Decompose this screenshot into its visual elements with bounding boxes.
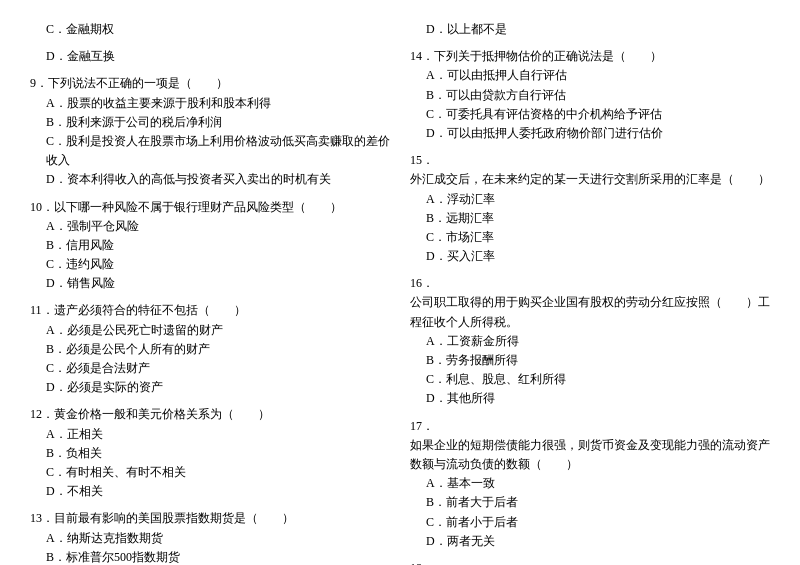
question-16-title: 16．公司职工取得的用于购买企业国有股权的劳动分红应按照（ ）工程征收个人所得税… — [410, 274, 770, 332]
question-12-text: 黄金价格一般和美元价格关系为（ ） — [54, 405, 270, 424]
q14-option-b: B．可以由贷款方自行评估 — [410, 86, 770, 105]
q11-option-d: D．必须是实际的资产 — [30, 378, 390, 397]
q15-option-d: D．买入汇率 — [410, 247, 770, 266]
q12-option-c: C．有时相关、有时不相关 — [30, 463, 390, 482]
q17-option-a: A．基本一致 — [410, 474, 770, 493]
q17-option-c: C．前者小于后者 — [410, 513, 770, 532]
question-14-text: 下列关于抵押物估价的正确说法是（ ） — [434, 47, 662, 66]
q17-option-b: B．前者大于后者 — [410, 493, 770, 512]
question-11-title: 11．遗产必须符合的特征不包括（ ） — [30, 301, 390, 320]
question-18-title: 18．金融市场引导众多分散的小额资金汇聚成投入社会再生产，这是金融市场的（ ） — [410, 559, 770, 565]
option-c-finance-text: C．金融期权 — [30, 20, 390, 39]
question-15-num: 15． — [410, 151, 434, 170]
question-15: 15．外汇成交后，在未来约定的某一天进行交割所采用的汇率是（ ） A．浮动汇率 … — [410, 151, 770, 266]
question-10-num: 10． — [30, 198, 54, 217]
question-15-text: 外汇成交后，在未来约定的某一天进行交割所采用的汇率是（ ） — [410, 170, 770, 189]
option-d-all-wrong: D．以上都不是 — [410, 20, 770, 39]
q11-option-c: C．必须是合法财产 — [30, 359, 390, 378]
question-9-num: 9． — [30, 74, 48, 93]
question-18: 18．金融市场引导众多分散的小额资金汇聚成投入社会再生产，这是金融市场的（ ） … — [410, 559, 770, 565]
q10-option-a: A．强制平仓风险 — [30, 217, 390, 236]
q10-option-c: C．违约风险 — [30, 255, 390, 274]
q15-option-b: B．远期汇率 — [410, 209, 770, 228]
question-16: 16．公司职工取得的用于购买企业国有股权的劳动分红应按照（ ）工程征收个人所得税… — [410, 274, 770, 408]
q16-option-c: C．利息、股息、红利所得 — [410, 370, 770, 389]
question-14-num: 14． — [410, 47, 434, 66]
right-column: D．以上都不是 14．下列关于抵押物估价的正确说法是（ ） A．可以由抵押人自行… — [410, 20, 770, 565]
q10-option-b: B．信用风险 — [30, 236, 390, 255]
question-13-title: 13．目前最有影响的美国股票指数期货是（ ） — [30, 509, 390, 528]
q14-option-c: C．可委托具有评估资格的中介机构给予评估 — [410, 105, 770, 124]
q16-option-b: B．劳务报酬所得 — [410, 351, 770, 370]
q9-option-d: D．资本利得收入的高低与投资者买入卖出的时机有关 — [30, 170, 390, 189]
question-11-text: 遗产必须符合的特征不包括（ ） — [54, 301, 246, 320]
left-column: C．金融期权 D．金融互换 9．下列说法不正确的一项是（ ） A．股票的收益主要… — [30, 20, 390, 565]
question-10-text: 以下哪一种风险不属于银行理财产品风险类型（ ） — [54, 198, 342, 217]
page-content: C．金融期权 D．金融互换 9．下列说法不正确的一项是（ ） A．股票的收益主要… — [30, 20, 770, 565]
question-17-title: 17．如果企业的短期偿债能力很强，则货币资金及变现能力强的流动资产数额与流动负债… — [410, 417, 770, 475]
q11-option-a: A．必须是公民死亡时遗留的财产 — [30, 321, 390, 340]
option-d-all-wrong-text: D．以上都不是 — [410, 20, 770, 39]
question-15-title: 15．外汇成交后，在未来约定的某一天进行交割所采用的汇率是（ ） — [410, 151, 770, 189]
question-16-text: 公司职工取得的用于购买企业国有股权的劳动分红应按照（ ）工程征收个人所得税。 — [410, 293, 770, 331]
q16-option-d: D．其他所得 — [410, 389, 770, 408]
q9-option-a: A．股票的收益主要来源于股利和股本利得 — [30, 94, 390, 113]
option-c-finance: C．金融期权 — [30, 20, 390, 39]
question-11: 11．遗产必须符合的特征不包括（ ） A．必须是公民死亡时遗留的财产 B．必须是… — [30, 301, 390, 397]
question-17-text: 如果企业的短期偿债能力很强，则货币资金及变现能力强的流动资产数额与流动负债的数额… — [410, 436, 770, 474]
option-d-finance: D．金融互换 — [30, 47, 390, 66]
question-18-num: 18． — [410, 559, 434, 565]
question-17: 17．如果企业的短期偿债能力很强，则货币资金及变现能力强的流动资产数额与流动负债… — [410, 417, 770, 551]
question-13: 13．目前最有影响的美国股票指数期货是（ ） A．纳斯达克指数期货 B．标准普尔… — [30, 509, 390, 565]
question-16-num: 16． — [410, 274, 434, 293]
question-12-title: 12．黄金价格一般和美元价格关系为（ ） — [30, 405, 390, 424]
question-9-text: 下列说法不正确的一项是（ ） — [48, 74, 228, 93]
q12-option-b: B．负相关 — [30, 444, 390, 463]
question-12-num: 12． — [30, 405, 54, 424]
q15-option-a: A．浮动汇率 — [410, 190, 770, 209]
question-9: 9．下列说法不正确的一项是（ ） A．股票的收益主要来源于股利和股本利得 B．股… — [30, 74, 390, 189]
q12-option-d: D．不相关 — [30, 482, 390, 501]
q16-option-a: A．工资薪金所得 — [410, 332, 770, 351]
q14-option-d: D．可以由抵押人委托政府物价部门进行估价 — [410, 124, 770, 143]
q14-option-a: A．可以由抵押人自行评估 — [410, 66, 770, 85]
question-11-num: 11． — [30, 301, 54, 320]
q9-option-c: C．股利是投资人在股票市场上利用价格波动低买高卖赚取的差价收入 — [30, 132, 390, 170]
question-13-num: 13． — [30, 509, 54, 528]
question-17-num: 17． — [410, 417, 434, 436]
option-d-finance-text: D．金融互换 — [30, 47, 390, 66]
q9-option-b: B．股利来源于公司的税后净利润 — [30, 113, 390, 132]
question-14-title: 14．下列关于抵押物估价的正确说法是（ ） — [410, 47, 770, 66]
question-13-text: 目前最有影响的美国股票指数期货是（ ） — [54, 509, 294, 528]
q13-option-a: A．纳斯达克指数期货 — [30, 529, 390, 548]
question-10-title: 10．以下哪一种风险不属于银行理财产品风险类型（ ） — [30, 198, 390, 217]
q10-option-d: D．销售风险 — [30, 274, 390, 293]
question-14: 14．下列关于抵押物估价的正确说法是（ ） A．可以由抵押人自行评估 B．可以由… — [410, 47, 770, 143]
q15-option-c: C．市场汇率 — [410, 228, 770, 247]
q11-option-b: B．必须是公民个人所有的财产 — [30, 340, 390, 359]
question-10: 10．以下哪一种风险不属于银行理财产品风险类型（ ） A．强制平仓风险 B．信用… — [30, 198, 390, 294]
question-12: 12．黄金价格一般和美元价格关系为（ ） A．正相关 B．负相关 C．有时相关、… — [30, 405, 390, 501]
q13-option-b: B．标准普尔500指数期货 — [30, 548, 390, 565]
q17-option-d: D．两者无关 — [410, 532, 770, 551]
question-9-title: 9．下列说法不正确的一项是（ ） — [30, 74, 390, 93]
q12-option-a: A．正相关 — [30, 425, 390, 444]
